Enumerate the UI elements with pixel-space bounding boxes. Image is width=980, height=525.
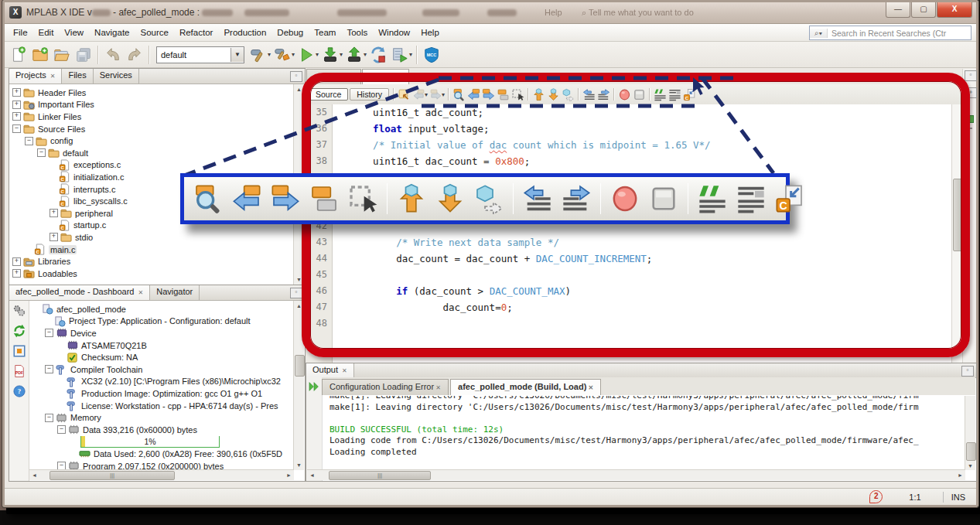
tree-row[interactable]: 1% [29,436,294,448]
tree-row[interactable]: Cexceptions.c [9,159,294,172]
expand-icon[interactable]: + [12,101,21,109]
re-run-icon[interactable] [308,380,320,393]
tree-row[interactable]: Checksum: NA [29,351,294,363]
menu-item-view[interactable]: View [59,26,89,39]
shift-line-left-icon[interactable] [582,88,596,101]
collapse-icon[interactable]: − [25,137,33,145]
toggle-bookmark-icon[interactable] [473,183,504,214]
collapse-icon[interactable]: − [45,365,53,373]
stop-macro-recording-icon[interactable] [648,183,679,214]
mcc-icon[interactable]: MCC [421,44,442,66]
rectangular-selection-icon[interactable] [511,88,524,101]
close-icon[interactable]: ✕ [394,74,401,81]
search-input[interactable]: ⌕▾ Search in Recent Searches (Ctr [809,26,971,40]
output-minimize-button[interactable]: ▫ [961,366,974,377]
maximize-button[interactable]: ▢ [911,2,936,18]
prev-bookmark-icon[interactable] [532,88,545,101]
scroll-right-arrow[interactable]: ► [956,471,965,479]
open-project-icon[interactable] [51,44,73,66]
tab-projects[interactable]: Projects✕ [9,69,62,84]
next-occurrence-icon[interactable] [270,183,301,214]
run-icon[interactable] [295,44,317,66]
new-project-icon[interactable] [29,44,51,66]
menu-item-window[interactable]: Window [373,26,415,39]
tree-row[interactable]: +Libraries [9,255,294,268]
window-group-float-button[interactable]: ▫ [965,70,977,81]
program-device-icon[interactable] [319,44,341,66]
menu-item-help[interactable]: Help [415,26,445,39]
tree-row[interactable]: +Header Files [9,87,294,99]
chevron-down-icon[interactable]: ▾ [442,91,445,98]
read-device-icon[interactable] [343,44,365,66]
scroll-thumb[interactable] [295,355,305,377]
tree-row[interactable]: +Linker Files [9,111,294,123]
clean-build-icon[interactable] [271,44,293,66]
scroll-thumb[interactable]: ||| [50,471,175,480]
output-vscrollbar[interactable]: ▼ [965,396,975,470]
menu-item-production[interactable]: Production [218,26,271,39]
chevron-down-icon[interactable]: ▾ [268,51,271,58]
editor-tab-main-c[interactable]: main.c ✕ [362,69,409,84]
tab-files[interactable]: Files [62,69,93,84]
close-icon[interactable]: ✕ [346,74,353,81]
scroll-left-arrow[interactable]: ◄ [30,471,39,479]
redo-icon[interactable] [124,44,145,66]
uncomment-icon[interactable] [668,88,681,101]
close-icon[interactable]: ✕ [434,384,441,391]
output-tab-afec-polled-mode-build-load-[interactable]: afec_polled_mode (Build, Load) ✕ [450,379,601,395]
next-occurrence-icon[interactable] [482,88,495,101]
refresh-icon[interactable] [12,324,26,338]
find-selection-icon[interactable] [452,88,466,101]
refresh-debug-tool-icon[interactable] [367,44,389,66]
scroll-up-arrow[interactable]: ▲ [295,85,303,94]
build-icon[interactable] [248,44,269,66]
tree-row[interactable]: ATSAME70Q21B [29,339,294,352]
stop-macro-recording-icon[interactable] [633,88,646,101]
comment-icon[interactable] [654,88,667,101]
scroll-thumb[interactable]: ||| [329,471,431,480]
tree-row[interactable]: −Device [29,327,294,339]
tree-row[interactable]: −Data 393,216 (0x60000) bytes [29,424,294,436]
breakpoint-window-icon[interactable] [12,344,26,358]
chevron-down-icon[interactable]: ▾ [316,51,319,58]
menu-item-source[interactable]: Source [135,26,173,39]
tree-row[interactable]: +stdio [9,231,294,244]
scroll-right-arrow[interactable]: ► [285,471,293,479]
scroll-up-arrow[interactable]: ▲ [295,302,303,310]
chevron-down-icon[interactable]: ▼ [230,48,244,62]
expand-icon[interactable]: + [50,233,58,241]
tree-row[interactable]: −config [9,135,294,147]
tree-row[interactable]: License: Workstation - cpp - HPA:6714 da… [29,400,294,412]
tree-row[interactable]: −Source Files [9,123,294,135]
tab-navigator[interactable]: Navigator [150,285,200,300]
last-edit-icon[interactable] [398,88,411,101]
tree-row[interactable]: afec_polled_mode [29,303,294,315]
back-doc-icon[interactable] [412,88,425,101]
build-console[interactable]: make[1]: Leaving directory 'C:/Users/c13… [330,396,964,470]
tree-row[interactable]: +Important Files [9,99,294,111]
shift-line-right-icon[interactable] [561,183,592,214]
uncomment-icon[interactable] [736,183,767,214]
menu-item-navigate[interactable]: Navigate [89,26,135,39]
collapse-icon[interactable]: − [45,414,53,422]
chevron-down-icon[interactable]: ▾ [364,51,367,58]
expand-icon[interactable]: + [12,112,21,121]
tree-row[interactable]: XC32 (v2.10) [C:\Program Files (x86)\Mic… [29,376,294,388]
chevron-down-icon[interactable]: ▾ [425,91,428,98]
find-selection-icon[interactable] [193,183,224,214]
collapse-icon[interactable]: − [37,148,46,157]
output-hscrollbar[interactable]: ◄ ||| ► [307,469,965,480]
window-group-maximize-button[interactable]: ＋ [965,87,977,98]
expand-icon[interactable]: + [12,88,21,97]
expand-icon[interactable]: + [12,257,21,266]
next-bookmark-icon[interactable] [435,183,466,214]
prev-bookmark-icon[interactable] [396,183,427,214]
comment-icon[interactable] [697,183,728,214]
close-icon[interactable]: ✕ [50,73,56,80]
shift-line-right-icon[interactable] [597,88,610,101]
prev-occurrence-icon[interactable] [231,183,262,214]
close-icon[interactable]: ✕ [586,384,593,391]
menu-item-file[interactable]: File [8,26,33,39]
tree-row[interactable]: Production Image: Optimization: gcc O1 g… [29,387,294,400]
next-bookmark-icon[interactable] [547,88,560,101]
